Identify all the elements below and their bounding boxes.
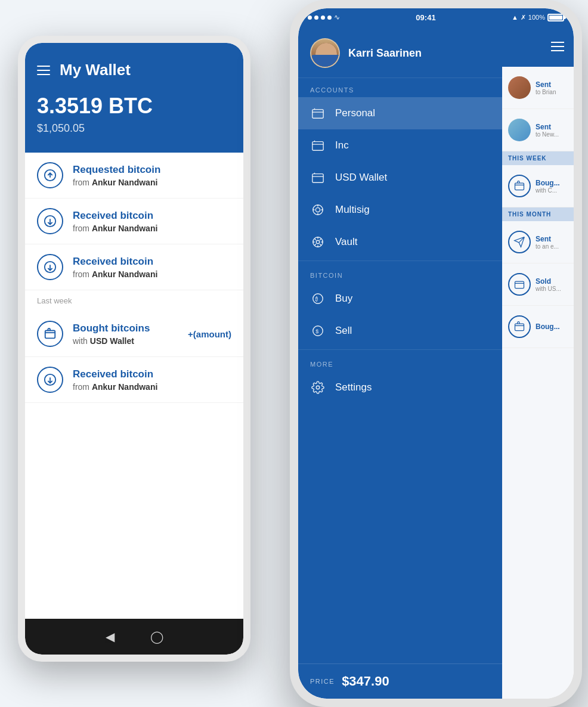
svg-rect-17 bbox=[515, 183, 524, 190]
transaction-item[interactable]: Received bitcoin from Ankur Nandwani bbox=[25, 199, 243, 244]
sidebar-item-usd-wallet[interactable]: USD Wallet bbox=[298, 162, 502, 194]
transaction-item[interactable]: Requested bitcoin from Ankur Nandwani bbox=[25, 153, 243, 199]
right-tx-title: Boug... bbox=[536, 179, 568, 187]
battery-area: ▲ ✗ 100% bbox=[512, 14, 564, 21]
tx-info: Bought bitcoins with USD Wallet bbox=[73, 323, 188, 346]
usd-amount: $1,050.05 bbox=[37, 122, 231, 135]
request-icon bbox=[37, 162, 63, 188]
wifi-icon: ∿ bbox=[334, 13, 340, 21]
svg-point-9 bbox=[315, 207, 320, 212]
drawer-menu: Karri Saarinen ACCOUNTS Personal bbox=[298, 26, 502, 699]
avatar-face bbox=[311, 39, 339, 67]
right-panel: Sent to Brian Sent to New... bbox=[502, 26, 574, 699]
sidebar-item-vault[interactable]: Vault bbox=[298, 226, 502, 258]
buy-icon-circle bbox=[508, 175, 531, 197]
price-bar: PRICE $347.90 bbox=[298, 663, 502, 699]
android-header: My Wallet 3.3519 BTC $1,050.05 bbox=[25, 43, 243, 153]
hamburger-menu-icon[interactable] bbox=[37, 66, 50, 75]
right-tx-title: Sent bbox=[536, 235, 568, 243]
profile-name: Karri Saarinen bbox=[348, 47, 422, 60]
send-icon-circle bbox=[508, 231, 531, 253]
wallet-title: My Wallet bbox=[60, 61, 131, 79]
divider bbox=[298, 261, 502, 261]
tx-title: Received bitcoin bbox=[73, 210, 231, 222]
svg-rect-19 bbox=[515, 324, 524, 331]
sidebar-item-personal[interactable]: Personal bbox=[298, 97, 502, 129]
section-label: Last week bbox=[25, 290, 243, 311]
multisig-label: Multisig bbox=[335, 204, 370, 216]
svg-point-16 bbox=[316, 386, 320, 389]
right-panel-header bbox=[502, 26, 574, 67]
tx-sub: from Ankur Nandwani bbox=[73, 178, 231, 187]
transaction-item[interactable]: Received bitcoin from Ankur Nandwani bbox=[25, 357, 243, 403]
status-time: 09:41 bbox=[416, 13, 435, 22]
hamburger-right-icon[interactable] bbox=[551, 42, 564, 51]
new-avatar bbox=[508, 119, 531, 141]
svg-rect-5 bbox=[312, 110, 323, 119]
android-header-top: My Wallet bbox=[37, 61, 231, 79]
personal-label: Personal bbox=[335, 107, 375, 119]
right-tx-sub: to an e... bbox=[536, 243, 568, 250]
wallet-icon bbox=[310, 106, 326, 121]
more-section-label: MORE bbox=[298, 352, 502, 371]
signal-dot-2 bbox=[314, 15, 318, 20]
svg-point-11 bbox=[316, 240, 320, 244]
avatar bbox=[310, 38, 340, 68]
right-tx-title: Sent bbox=[536, 123, 568, 131]
tx-text: Sold with US... bbox=[536, 277, 568, 292]
tx-info: Received bitcoin from Ankur Nandwani bbox=[73, 256, 231, 279]
iphone: ∿ 09:41 ▲ ✗ 100% bbox=[290, 0, 582, 707]
right-transaction-item[interactable]: Sent to an e... bbox=[502, 221, 574, 263]
signal-dot-3 bbox=[321, 15, 325, 20]
right-tx-title: Boug... bbox=[536, 323, 568, 331]
sidebar-item-inc[interactable]: Inc bbox=[298, 129, 502, 162]
android-navbar: ◀ ◯ bbox=[25, 619, 243, 655]
right-transaction-item[interactable]: Boug... bbox=[502, 306, 574, 348]
tx-sub: from Ankur Nandwani bbox=[73, 382, 231, 392]
usd-wallet-label: USD Wallet bbox=[335, 172, 387, 184]
tx-title: Requested bitcoin bbox=[73, 164, 231, 176]
tx-title: Bought bitcoins bbox=[73, 323, 188, 334]
home-button[interactable]: ◯ bbox=[150, 630, 163, 644]
divider bbox=[298, 349, 502, 350]
bitcoin-section-label: BITCOIN bbox=[298, 263, 502, 283]
usd-wallet-icon bbox=[310, 170, 326, 185]
signal-dot-1 bbox=[308, 15, 312, 20]
right-transaction-item[interactable]: Sold with US... bbox=[502, 263, 574, 306]
bitcoin-buy-icon: ₿ bbox=[310, 291, 326, 306]
right-transaction-item[interactable]: Sent to New... bbox=[502, 109, 574, 151]
tx-text: Sent to New... bbox=[536, 123, 568, 138]
inc-label: Inc bbox=[335, 139, 349, 151]
right-transaction-item[interactable]: Sent to Brian bbox=[502, 67, 574, 109]
android-phone: My Wallet 3.3519 BTC $1,050.05 bbox=[18, 36, 250, 662]
tx-text: Boug... bbox=[536, 323, 568, 331]
location-icon: ▲ bbox=[512, 14, 518, 21]
receive-icon bbox=[37, 208, 63, 234]
svg-rect-6 bbox=[312, 142, 323, 151]
this-week-label: THIS WEEK bbox=[502, 151, 574, 165]
sidebar-item-buy[interactable]: ₿ Buy bbox=[298, 283, 502, 315]
sell-icon: $ bbox=[310, 323, 326, 339]
bluetooth-icon: ✗ bbox=[521, 14, 526, 21]
status-bar: ∿ 09:41 ▲ ✗ 100% bbox=[298, 8, 574, 26]
tx-title: Received bitcoin bbox=[73, 368, 231, 380]
transaction-item[interactable]: Received bitcoin from Ankur Nandwani bbox=[25, 244, 243, 290]
back-button[interactable]: ◀ bbox=[106, 630, 114, 644]
battery-percent: 100% bbox=[528, 14, 545, 21]
sidebar-item-settings[interactable]: Settings bbox=[298, 371, 502, 404]
sidebar-item-multisig[interactable]: Multisig bbox=[298, 194, 502, 226]
android-content: My Wallet 3.3519 BTC $1,050.05 bbox=[25, 43, 243, 655]
sell-label: Sell bbox=[335, 325, 352, 337]
tx-info: Received bitcoin from Ankur Nandwani bbox=[73, 210, 231, 233]
brian-avatar bbox=[508, 76, 531, 99]
multisig-icon bbox=[310, 202, 326, 218]
right-transaction-item[interactable]: Boug... with C... bbox=[502, 165, 574, 207]
drawer-profile: Karri Saarinen bbox=[298, 26, 502, 78]
transaction-item[interactable]: Bought bitcoins with USD Wallet +(amount… bbox=[25, 311, 243, 357]
price-label: PRICE bbox=[310, 678, 335, 685]
sidebar-item-sell[interactable]: $ Sell bbox=[298, 315, 502, 347]
tx-amount: +(amount) bbox=[188, 329, 231, 339]
right-tx-sub: to Brian bbox=[536, 89, 568, 95]
tx-text: Sent to Brian bbox=[536, 80, 568, 95]
settings-gear-icon bbox=[310, 380, 326, 395]
